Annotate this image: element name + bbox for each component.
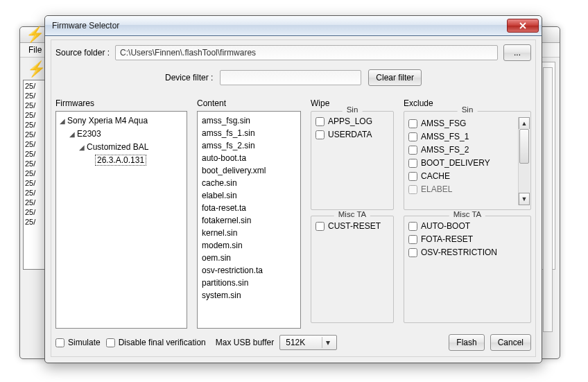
list-item[interactable]: amss_fs_1.sin <box>202 127 296 139</box>
list-item[interactable]: elabel.sin <box>202 189 296 202</box>
tree-node-version[interactable]: 26.3.A.0.131 <box>59 154 184 166</box>
dialog-titlebar[interactable]: Firmware Selector <box>45 16 542 36</box>
scroll-down-icon[interactable]: ▼ <box>519 193 530 205</box>
list-item[interactable]: system.sin <box>202 289 296 302</box>
bolt-icon: ⚡ <box>26 27 44 42</box>
exclude-osv-restriction-checkbox[interactable]: OSV-RESTRICTION <box>408 246 526 259</box>
list-item[interactable]: fotakernel.sin <box>202 214 296 227</box>
list-item[interactable]: kernel.sin <box>202 227 296 239</box>
list-item[interactable]: partitions.sin <box>202 277 296 289</box>
close-button[interactable] <box>507 19 539 33</box>
source-folder-label: Source folder : <box>55 48 110 58</box>
scroll-up-icon[interactable]: ▲ <box>519 117 530 130</box>
wipe-misc-group: Misc TA CUST-RESET <box>311 216 394 323</box>
collapse-icon[interactable]: ◢ <box>78 141 85 154</box>
list-item[interactable]: fota-reset.ta <box>202 202 296 214</box>
exclude-sin-scrollbar[interactable]: ▲ ▼ <box>518 117 530 205</box>
bolt-icon: ⚡ <box>27 62 46 77</box>
collapse-icon[interactable]: ◢ <box>59 115 66 128</box>
device-filter-field[interactable] <box>220 70 361 85</box>
flash-button[interactable]: Flash <box>449 334 484 351</box>
firmwares-header: Firmwares <box>55 98 187 108</box>
wipe-sin-group: Sin APPS_LOG USERDATA <box>311 111 394 210</box>
list-item[interactable]: cache.sin <box>202 177 296 189</box>
tree-node-model[interactable]: ◢E2303 <box>59 128 184 141</box>
exclude-amss-fs2-checkbox[interactable]: AMSS_FS_2 <box>408 144 515 157</box>
exclude-amss-fsg-checkbox[interactable]: AMSS_FSG <box>408 117 515 130</box>
collapse-icon[interactable]: ◢ <box>69 128 76 141</box>
list-item[interactable]: oem.sin <box>202 252 296 264</box>
browse-button[interactable]: ... <box>503 44 531 61</box>
firmwares-tree[interactable]: ◢Sony Xperia M4 Aqua ◢E2303 ◢Customized … <box>55 111 187 329</box>
dialog-title: Firmware Selector <box>52 21 507 31</box>
exclude-amss-fs1-checkbox[interactable]: AMSS_FS_1 <box>408 130 515 144</box>
tree-node-device[interactable]: ◢Sony Xperia M4 Aqua <box>59 114 184 128</box>
close-icon <box>519 22 526 29</box>
exclude-fota-reset-checkbox[interactable]: FOTA-RESET <box>408 233 526 246</box>
disable-verification-checkbox[interactable]: Disable final verification <box>106 336 206 349</box>
max-usb-select[interactable]: 512K ▾ <box>279 335 337 350</box>
exclude-elabel-checkbox[interactable]: ELABEL <box>408 183 515 196</box>
content-header: Content <box>197 98 301 108</box>
list-item[interactable]: osv-restriction.ta <box>202 264 296 277</box>
exclude-boot-delivery-checkbox[interactable]: BOOT_DELIVERY <box>408 157 515 170</box>
firmware-selector-dialog: Firmware Selector Source folder : C:\Use… <box>44 15 542 363</box>
wipe-apps-log-checkbox[interactable]: APPS_LOG <box>315 115 389 128</box>
device-filter-label: Device filter : <box>165 73 213 83</box>
list-item[interactable]: amss_fs_2.sin <box>202 139 296 152</box>
simulate-checkbox[interactable]: Simulate <box>55 336 101 349</box>
chevron-down-icon: ▾ <box>322 337 334 348</box>
clear-filter-button[interactable]: Clear filter <box>368 69 422 86</box>
wipe-cust-reset-checkbox[interactable]: CUST-RESET <box>315 220 389 233</box>
wipe-userdata-checkbox[interactable]: USERDATA <box>315 128 389 141</box>
list-item[interactable]: modem.sin <box>202 239 296 252</box>
list-item[interactable]: amss_fsg.sin <box>202 114 296 127</box>
exclude-cache-checkbox[interactable]: CACHE <box>408 170 515 183</box>
source-folder-field[interactable]: C:\Users\Finnen\.flashTool\firmwares <box>115 45 498 60</box>
exclude-sin-group: Sin AMSS_FSG AMSS_FS_1 AMSS_FS_2 BOOT_DE… <box>404 111 531 210</box>
exclude-auto-boot-checkbox[interactable]: AUTO-BOOT <box>408 220 526 233</box>
tree-node-variant[interactable]: ◢Customized BAL <box>59 141 184 154</box>
exclude-misc-group: Misc TA AUTO-BOOT FOTA-RESET OSV-RESTRIC… <box>404 216 531 323</box>
cancel-button[interactable]: Cancel <box>490 334 531 351</box>
menu-file[interactable]: File <box>24 45 46 55</box>
list-item[interactable]: boot_delivery.xml <box>202 164 296 177</box>
list-item[interactable]: auto-boot.ta <box>202 152 296 164</box>
max-usb-label: Max USB buffer <box>216 338 274 347</box>
scroll-thumb[interactable] <box>519 129 529 164</box>
content-list[interactable]: amss_fsg.sin amss_fs_1.sin amss_fs_2.sin… <box>197 111 301 329</box>
